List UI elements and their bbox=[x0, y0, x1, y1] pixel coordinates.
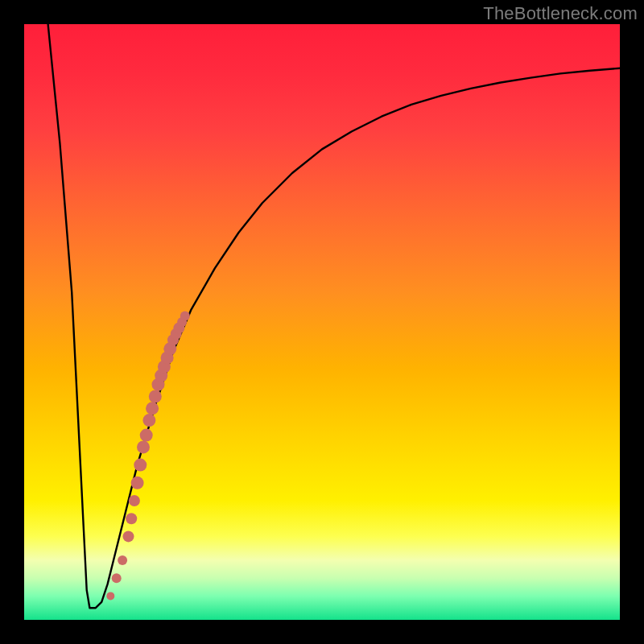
data-marker bbox=[140, 429, 153, 442]
data-marker bbox=[131, 477, 144, 489]
chart-svg bbox=[24, 24, 620, 620]
plot-area bbox=[24, 24, 620, 620]
data-marker bbox=[180, 312, 190, 321]
chart-frame: TheBottleneck.com bbox=[0, 0, 644, 644]
data-marker bbox=[149, 390, 162, 403]
data-marker bbox=[112, 573, 122, 583]
watermark-text: TheBottleneck.com bbox=[483, 3, 638, 24]
data-marker bbox=[123, 530, 134, 542]
data-marker bbox=[129, 495, 140, 506]
data-marker bbox=[118, 555, 127, 565]
data-marker bbox=[137, 440, 150, 453]
data-markers bbox=[106, 312, 190, 601]
data-marker bbox=[146, 402, 159, 415]
data-marker bbox=[106, 592, 114, 600]
data-marker bbox=[134, 459, 147, 472]
data-marker bbox=[126, 513, 137, 524]
data-marker bbox=[142, 414, 155, 427]
